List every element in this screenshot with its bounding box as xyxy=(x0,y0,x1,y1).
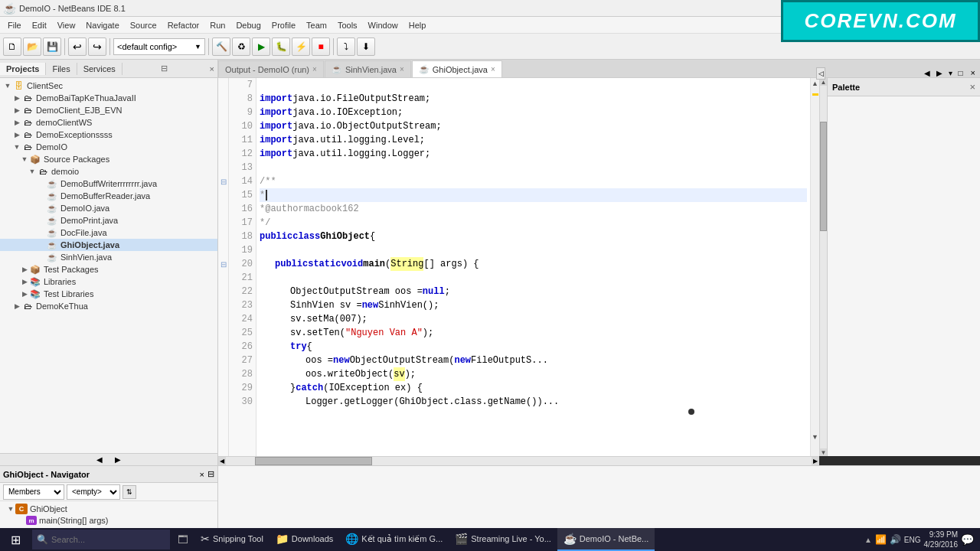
step-into-button[interactable]: ⬇ xyxy=(357,37,375,56)
filter-dropdown[interactable]: <empty> xyxy=(67,484,120,500)
horizontal-scrollbar[interactable]: ◀ ▶ xyxy=(218,456,819,465)
tree-item[interactable]: ▼ 🗁 DemoIO xyxy=(0,141,217,153)
save-button[interactable]: 💾 xyxy=(43,37,61,56)
tab-close-icon[interactable]: × xyxy=(491,65,495,73)
tree-item[interactable]: ☕ DemoIO.java xyxy=(0,202,217,214)
palette-close-button[interactable]: × xyxy=(969,81,975,93)
scroll-right[interactable]: ▶ xyxy=(109,454,127,465)
tab-close-icon[interactable]: × xyxy=(400,65,404,73)
network-icon[interactable]: 📶 xyxy=(875,534,887,545)
palette-minimize-button[interactable]: ◁ xyxy=(816,78,825,80)
editor-area[interactable]: ⊟ ⊟ xyxy=(218,78,827,456)
taskbar-search-box[interactable]: 🔍 xyxy=(32,530,170,549)
tree-item[interactable]: ☕ DemoBuffWriterrrrrrrr.java xyxy=(0,178,217,190)
task-view-button[interactable]: 🗔 xyxy=(172,528,194,551)
config-dropdown[interactable]: <default config> ▼ xyxy=(113,38,205,55)
nav-tree-item[interactable]: m main(String[] args) xyxy=(3,515,214,526)
build-project-button[interactable]: 🔨 xyxy=(212,37,230,56)
project-tree[interactable]: ▼ 🗄 ClientSec ▶ 🗁 DemoBaiTapKeThuaJavaII… xyxy=(0,78,217,465)
menu-team[interactable]: Team xyxy=(302,19,332,31)
debug-button[interactable]: 🐛 xyxy=(272,37,290,56)
notification-icon[interactable]: 💬 xyxy=(961,533,974,546)
run-button[interactable]: ▶ xyxy=(252,37,270,56)
tab-ghiobject[interactable]: ☕ GhiObject.java × xyxy=(412,60,502,77)
taskbar-snipping-tool[interactable]: ✂ Snipping Tool xyxy=(194,528,270,551)
vertical-scrollbar[interactable]: ▲ ▼ xyxy=(819,78,827,456)
members-dropdown[interactable]: Members xyxy=(3,484,64,500)
tab-nav-next[interactable]: ▶ xyxy=(933,69,946,77)
redo-button[interactable]: ↪ xyxy=(88,37,106,56)
tree-item[interactable]: ☕ GhiObject.java xyxy=(0,239,217,251)
horizontal-thumb[interactable] xyxy=(255,457,372,465)
tree-item[interactable]: ▼ 🗁 demoio xyxy=(0,165,217,178)
tree-item[interactable]: ▼ 📦 Source Packages xyxy=(0,153,217,165)
tree-item[interactable]: ▶ 📚 Libraries xyxy=(0,276,217,288)
tab-nav-prev[interactable]: ◀ xyxy=(921,69,933,77)
code-editor[interactable]: ⊟ ⊟ xyxy=(218,78,827,456)
menu-debug[interactable]: Debug xyxy=(231,19,265,31)
taskbar-netbeans[interactable]: ☕ DemoIO - NetBe... xyxy=(557,528,655,551)
menu-window[interactable]: Window xyxy=(364,19,403,31)
taskbar-streaming[interactable]: 🎬 Streaming Live - Yo... xyxy=(449,528,557,551)
tab-output[interactable]: Output - DemoIO (run) × xyxy=(218,60,324,77)
navigator-expand-button[interactable]: ⊟ xyxy=(207,469,214,479)
panel-expand-button[interactable]: ⊟ xyxy=(158,62,171,75)
scroll-thumb[interactable] xyxy=(820,122,827,230)
search-input[interactable] xyxy=(51,535,151,544)
tree-item[interactable]: ▶ 📚 Test Libraries xyxy=(0,288,217,300)
scroll-down-button[interactable]: ▼ xyxy=(820,448,827,456)
menu-file[interactable]: File xyxy=(3,19,26,31)
menu-refactor[interactable]: Refactor xyxy=(163,19,204,31)
clock[interactable]: 9:39 PM 4/29/2016 xyxy=(924,530,959,549)
tab-services[interactable]: Services xyxy=(77,63,122,75)
menu-view[interactable]: View xyxy=(53,19,80,31)
tray-expand-icon[interactable]: ▲ xyxy=(864,536,872,544)
tree-item[interactable]: ☕ DemoBufferReader.java xyxy=(0,190,217,202)
close-editor-button[interactable]: × xyxy=(966,68,980,77)
menu-edit[interactable]: Edit xyxy=(28,19,51,31)
profile-button[interactable]: ⚡ xyxy=(292,37,310,56)
tree-item[interactable]: ▶ 🗁 DemoExceptionssss xyxy=(0,129,217,141)
maximize-editor-button[interactable]: □ xyxy=(956,69,966,77)
clean-build-button[interactable]: ♻ xyxy=(232,37,250,56)
menu-source[interactable]: Source xyxy=(126,19,162,31)
scroll-up-icon[interactable]: ▲ xyxy=(812,80,818,87)
windows-start-button[interactable]: ⊞ xyxy=(0,528,31,551)
tab-projects[interactable]: Projects xyxy=(0,63,46,75)
scroll-left[interactable]: ◀ xyxy=(90,454,109,465)
speaker-icon[interactable]: 🔊 xyxy=(890,534,901,545)
tree-item[interactable]: ☕ DemoPrint.java xyxy=(0,214,217,227)
undo-button[interactable]: ↩ xyxy=(68,37,87,56)
menu-navigate[interactable]: Navigate xyxy=(81,19,123,31)
tree-item[interactable]: ▶ 🗁 demoClientWS xyxy=(0,116,217,129)
step-over-button[interactable]: ⤵ xyxy=(337,37,355,56)
tab-close-icon[interactable]: × xyxy=(312,65,317,73)
menu-tools[interactable]: Tools xyxy=(333,19,362,31)
tree-item[interactable]: ☕ SinhVien.java xyxy=(0,251,217,263)
taskbar-downloads[interactable]: 📁 Downloads xyxy=(270,528,339,551)
tab-files[interactable]: Files xyxy=(46,63,77,75)
open-button[interactable]: 📂 xyxy=(23,37,41,56)
tab-sinhvien[interactable]: ☕ SinhVien.java × xyxy=(325,60,411,77)
tree-item[interactable]: ▶ 🗁 DemoKeThua xyxy=(0,300,217,312)
tree-item[interactable]: ▶ 🗁 DemoClient_EJB_EVN xyxy=(0,104,217,116)
panel-close-button[interactable]: × xyxy=(207,63,217,75)
scroll-right-button[interactable]: ▶ xyxy=(812,457,819,466)
tab-menu-button[interactable]: ▾ xyxy=(946,69,956,77)
tree-item[interactable]: ▶ 🗁 DemoBaiTapKeThuaJavaII xyxy=(0,92,217,104)
code-content[interactable]: import java.io.FileOutputStream; import … xyxy=(256,78,810,456)
scroll-left-button[interactable]: ◀ xyxy=(218,457,226,466)
keyboard-icon[interactable]: ENG xyxy=(904,536,921,544)
stop-button[interactable]: ■ xyxy=(312,37,330,56)
taskbar-chrome[interactable]: 🌐 Kết quả tìm kiếm G... xyxy=(339,528,449,551)
navigator-sort-button[interactable]: ⇅ xyxy=(122,485,136,499)
menu-profile[interactable]: Profile xyxy=(267,19,300,31)
tree-item[interactable]: ▶ 📦 Test Packages xyxy=(0,263,217,276)
new-project-button[interactable]: 🗋 xyxy=(3,37,21,56)
menu-run[interactable]: Run xyxy=(205,19,230,31)
navigator-close-button[interactable]: × xyxy=(200,470,204,479)
scroll-down-icon[interactable]: ▼ xyxy=(812,433,818,441)
tree-item[interactable]: ☕ DocFile.java xyxy=(0,227,217,239)
menu-help[interactable]: Help xyxy=(404,19,431,31)
nav-tree-item[interactable]: ▼ C GhiObject xyxy=(3,503,214,515)
